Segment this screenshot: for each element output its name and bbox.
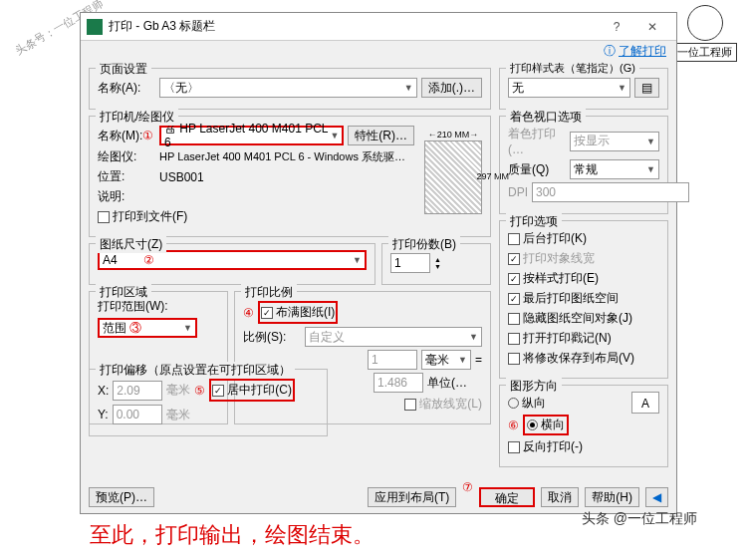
quality-select[interactable]: 常规▼: [570, 159, 659, 179]
option-checkbox[interactable]: 将修改保存到布局(V): [508, 350, 634, 367]
scale-title: 打印比例: [241, 284, 297, 301]
caption-text: 至此，打印输出，绘图结束。: [90, 520, 374, 550]
option-checkbox[interactable]: 最后打印图纸空间: [508, 290, 619, 307]
dpi-input: [532, 182, 689, 202]
offset-title: 打印偏移（原点设置在可打印区域）: [96, 362, 295, 379]
titlebar: 打印 - Gb A3 标题栏 ? ✕: [81, 13, 676, 41]
cancel-button[interactable]: 取消: [541, 487, 579, 507]
close-button[interactable]: ✕: [634, 16, 670, 38]
range-select[interactable]: 范围 ③▼: [98, 318, 197, 338]
copies-down[interactable]: ▼: [434, 263, 441, 270]
page-setup-group: 页面设置 名称(A): 〈无〉▼ 添加(.)…: [89, 68, 491, 110]
dpi-label: DPI: [508, 185, 528, 199]
option-checkbox[interactable]: 按样式打印(E): [508, 270, 599, 287]
shade-select: 按显示▼: [570, 132, 659, 151]
styletable-btn[interactable]: ▤: [634, 78, 659, 98]
styletable-group: 打印样式表（笔指定）(G) 无▼▤: [499, 68, 668, 110]
print-dialog: 打印 - Gb A3 标题栏 ? ✕ ⓘ 了解打印 页面设置 名称(A): 〈无…: [80, 12, 677, 514]
plotter-label: 绘图仪:: [98, 148, 155, 165]
portrait-radio[interactable]: 纵向: [508, 395, 546, 412]
watermark-right: 一位工程师: [672, 5, 737, 62]
styletable-select[interactable]: 无▼: [508, 78, 630, 98]
option-checkbox: 打印对象线宽: [508, 250, 595, 267]
help-button[interactable]: ?: [599, 16, 634, 38]
printer-title: 打印机/绘图仪: [96, 109, 178, 126]
flip-checkbox[interactable]: 反向打印(-): [508, 438, 583, 455]
option-checkbox[interactable]: 打开打印戳记(N): [508, 330, 612, 347]
paper-title: 图纸尺寸(Z): [96, 236, 166, 253]
unit-select[interactable]: 毫米▼: [421, 350, 471, 370]
app-icon: [87, 19, 103, 35]
loc-label: 位置:: [98, 168, 155, 185]
options-title: 打印选项: [506, 213, 562, 230]
du-label: 单位(…: [427, 375, 482, 392]
loc-value: USB001: [159, 170, 204, 184]
paper-preview: ←210 MM→ 297 MM: [424, 140, 482, 214]
paper-size-group: 图纸尺寸(Z) A4 ②▼: [89, 243, 375, 285]
viewport-title: 着色视口选项: [506, 109, 586, 126]
page-setup-title: 页面设置: [96, 61, 151, 78]
ok-button[interactable]: 确定: [479, 487, 535, 507]
copies-input[interactable]: [390, 253, 430, 273]
du-input: [374, 373, 423, 393]
x-label: X:: [98, 384, 109, 398]
quality-label: 质量(Q): [508, 161, 566, 178]
styletable-title: 打印样式表（笔指定）(G): [506, 61, 639, 76]
y-label: Y:: [98, 408, 109, 421]
ratio-label: 比例(S):: [243, 329, 301, 346]
x-input: [113, 381, 162, 401]
printer-select[interactable]: 🖨 HP LaserJet 400 M401 PCL 6▼: [159, 126, 344, 145]
print-to-file-checkbox[interactable]: 打印到文件(F): [98, 208, 187, 225]
plotter-value: HP LaserJet 400 M401 PCL 6 - Windows 系统驱…: [159, 149, 405, 164]
window-title: 打印 - Gb A3 标题栏: [109, 18, 599, 35]
preview-button[interactable]: 预览(P)…: [89, 487, 154, 507]
watermark-bottom: 头条 @一位工程师: [582, 510, 697, 528]
props-button[interactable]: 特性(R)…: [348, 126, 414, 145]
printer-group: 打印机/绘图仪 名称(M):① 🖨 HP LaserJet 400 M401 P…: [89, 116, 491, 237]
center-checkbox[interactable]: 居中打印(C): [209, 379, 295, 402]
add-button[interactable]: 添加(.)…: [421, 78, 482, 98]
desc-label: 说明:: [98, 188, 155, 205]
option-checkbox[interactable]: 后台打印(K): [508, 230, 587, 247]
learn-link[interactable]: 了解打印: [619, 44, 666, 58]
scale-lw-checkbox: 缩放线宽(L): [404, 396, 482, 413]
offset-group: 打印偏移（原点设置在可打印区域） X: 毫米 ⑤ 居中打印(C) Y: 毫米: [89, 369, 328, 436]
y-input: [113, 405, 162, 424]
landscape-radio[interactable]: 横向: [523, 415, 569, 435]
copies-group: 打印份数(B) ▲▼: [381, 243, 491, 285]
help-button2[interactable]: 帮助(H): [585, 487, 639, 507]
area-title: 打印区域: [96, 284, 151, 301]
options-group: 打印选项 后台打印(K)打印对象线宽按样式打印(E)最后打印图纸空间隐藏图纸空间…: [499, 220, 668, 379]
shade-label: 着色打印(…: [508, 126, 566, 156]
viewport-group: 着色视口选项 着色打印(…按显示▼ 质量(Q)常规▼ DPI: [499, 116, 668, 214]
collapse-button[interactable]: ◀: [645, 487, 668, 507]
orient-group: 图形方向 纵向 ⑥横向 反向打印(-) A: [499, 385, 668, 467]
paper-size-select[interactable]: A4 ②▼: [98, 250, 367, 270]
name-label: 名称(A):: [98, 80, 155, 97]
orient-icon: A: [631, 392, 659, 414]
fit-checkbox[interactable]: 布满图纸(I): [258, 301, 338, 324]
copies-up[interactable]: ▲: [434, 256, 441, 263]
apply-button[interactable]: 应用到布局(T): [368, 487, 456, 507]
ratio-select: 自定义▼: [305, 327, 482, 347]
option-checkbox[interactable]: 隐藏图纸空间对象(J): [508, 310, 632, 327]
printer-name-label: 名称(M):①: [98, 128, 155, 144]
pagesetup-name-select[interactable]: 〈无〉▼: [159, 78, 417, 98]
copies-label: 打印份数(B): [388, 236, 460, 253]
orient-title: 图形方向: [506, 378, 562, 395]
unit-input: [368, 350, 417, 370]
watermark-right-text: 一位工程师: [672, 43, 737, 62]
